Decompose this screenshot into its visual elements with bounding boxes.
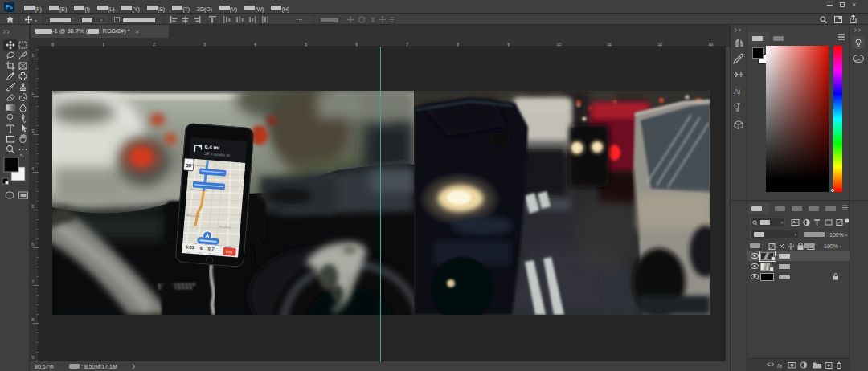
svg-text:2: 2 [31,91,35,96]
svg-text:4: 4 [31,166,35,171]
svg-text:6: 6 [31,242,35,247]
svg-text:fx: fx [777,362,783,369]
svg-text:9: 9 [31,355,35,360]
svg-text:3: 3 [31,128,35,133]
svg-text:Ai: Ai [734,88,740,96]
svg-text:8: 8 [31,317,35,322]
svg-text:7: 7 [31,279,35,284]
svg-text:1: 1 [31,53,35,58]
svg-text:5: 5 [31,204,35,209]
